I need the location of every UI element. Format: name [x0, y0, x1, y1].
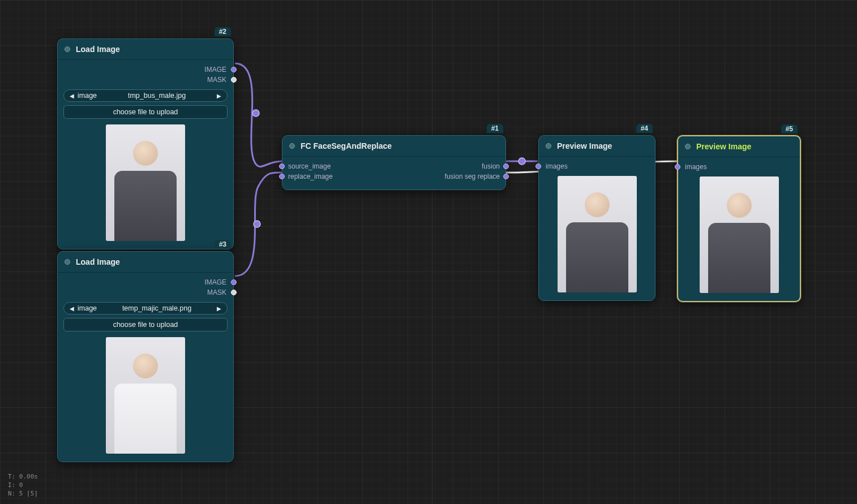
- output-fusion: fusion: [482, 162, 500, 170]
- output-mask[interactable]: MASK: [63, 288, 228, 296]
- input-source: source_image: [288, 162, 331, 170]
- image-thumbnail[interactable]: [106, 124, 185, 241]
- output-image[interactable]: IMAGE: [63, 278, 228, 286]
- node-title: Load Image: [76, 45, 120, 54]
- port-icon[interactable]: [503, 163, 509, 169]
- output-mask[interactable]: MASK: [63, 76, 228, 84]
- port-icon[interactable]: [279, 163, 285, 169]
- collapse-dot-icon[interactable]: [546, 143, 551, 149]
- port-icon[interactable]: [535, 163, 541, 169]
- node-titlebar[interactable]: Load Image: [58, 39, 233, 60]
- stat-nodes: N: 5 [5]: [8, 490, 38, 498]
- node-preview-image-4[interactable]: #4 Preview Image images: [538, 135, 655, 301]
- collapse-dot-icon[interactable]: [65, 259, 70, 265]
- node-badge: #1: [487, 124, 503, 133]
- node-faceseg-replace[interactable]: #1 FC FaceSegAndReplace source_image fus…: [282, 135, 506, 190]
- node-titlebar[interactable]: Load Image: [58, 252, 233, 273]
- stat-time: T: 0.00s: [8, 473, 38, 481]
- stat-iter: I: 0: [8, 481, 38, 490]
- next-arrow-icon[interactable]: ▶: [217, 93, 221, 99]
- prev-arrow-icon[interactable]: ◀: [70, 305, 74, 312]
- combo-label: image: [78, 304, 97, 312]
- node-titlebar[interactable]: Preview Image: [678, 136, 800, 157]
- svg-point-2: [519, 158, 525, 165]
- next-arrow-icon[interactable]: ▶: [217, 305, 221, 312]
- input-images[interactable]: images: [545, 162, 649, 170]
- node-titlebar[interactable]: FC FaceSegAndReplace: [282, 136, 505, 157]
- output-seg: fusion seg replace: [445, 173, 500, 180]
- port-icon[interactable]: [503, 174, 509, 179]
- node-badge: #3: [215, 240, 231, 249]
- io-row-source-fusion[interactable]: source_image fusion: [288, 162, 500, 170]
- collapse-dot-icon[interactable]: [65, 46, 70, 52]
- svg-point-1: [254, 221, 260, 227]
- node-preview-image-5[interactable]: #5 Preview Image images: [677, 135, 801, 302]
- image-thumbnail[interactable]: [106, 337, 185, 454]
- input-replace: replace_image: [288, 173, 333, 180]
- collapse-dot-icon[interactable]: [685, 144, 691, 149]
- node-badge: #5: [781, 124, 798, 133]
- collapse-dot-icon[interactable]: [289, 143, 295, 149]
- prev-arrow-icon[interactable]: ◀: [70, 93, 74, 99]
- node-title: Preview Image: [696, 142, 751, 151]
- node-load-image-2[interactable]: #2 Load Image IMAGE MASK ◀ image tmp_b: [57, 38, 234, 249]
- node-badge: #4: [636, 124, 653, 133]
- upload-button[interactable]: choose file to upload: [63, 105, 228, 119]
- combo-value: tmp_bus_male.jpg: [128, 92, 186, 100]
- output-image[interactable]: IMAGE: [63, 66, 228, 74]
- io-row-replace-seg[interactable]: replace_image fusion seg replace: [288, 173, 500, 180]
- port-icon[interactable]: [231, 279, 237, 285]
- node-graph-canvas[interactable]: #2 Load Image IMAGE MASK ◀ image tmp_b: [0, 0, 857, 504]
- preview-thumbnail[interactable]: [700, 176, 779, 293]
- port-icon[interactable]: [231, 67, 237, 72]
- guide-line: [432, 0, 432, 504]
- svg-point-0: [252, 110, 259, 117]
- node-title: Load Image: [76, 257, 120, 266]
- node-title: Preview Image: [557, 141, 612, 150]
- input-images[interactable]: images: [684, 163, 794, 171]
- port-icon[interactable]: [675, 164, 680, 170]
- image-combo[interactable]: ◀ image temp_majic_male.png ▶: [63, 302, 228, 315]
- node-title: FC FaceSegAndReplace: [301, 141, 392, 150]
- node-load-image-3[interactable]: #3 Load Image IMAGE MASK ◀ image temp_: [57, 251, 234, 462]
- combo-value: temp_majic_male.png: [122, 304, 191, 312]
- canvas-stats: T: 0.00s I: 0 N: 5 [5]: [8, 473, 38, 498]
- node-badge: #2: [215, 27, 231, 36]
- port-icon[interactable]: [231, 290, 237, 295]
- image-combo[interactable]: ◀ image tmp_bus_male.jpg ▶: [63, 89, 228, 102]
- upload-button[interactable]: choose file to upload: [63, 318, 228, 331]
- preview-thumbnail[interactable]: [558, 176, 637, 292]
- node-titlebar[interactable]: Preview Image: [539, 136, 655, 157]
- combo-label: image: [78, 92, 97, 100]
- port-icon[interactable]: [231, 77, 237, 83]
- port-icon[interactable]: [279, 174, 285, 179]
